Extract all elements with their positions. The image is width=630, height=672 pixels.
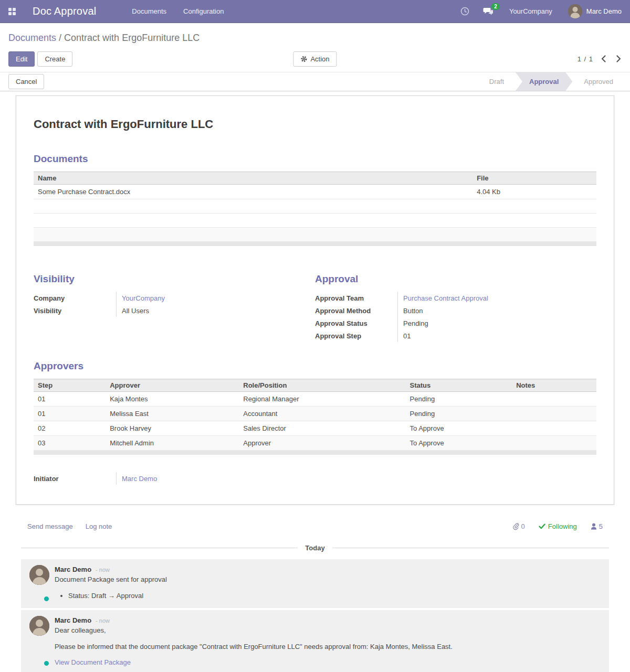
message-author[interactable]: Marc Demo <box>55 566 91 573</box>
approval-step-value: 01 <box>397 329 513 342</box>
date-divider-label: Today <box>298 544 332 552</box>
approval-method-value: Button <box>397 304 513 317</box>
approver-step-cell: 01 <box>34 392 106 407</box>
message-body: Document Package sent for approval <box>55 575 601 584</box>
status-draft[interactable]: Draft <box>478 72 516 91</box>
activities-clock-icon[interactable] <box>456 5 474 18</box>
menu-configuration[interactable]: Configuration <box>177 4 230 18</box>
approver-row[interactable]: 02 Brook Harvey Sales Director To Approv… <box>34 421 596 436</box>
approver-step-cell: 02 <box>34 421 106 436</box>
online-status-dot <box>43 595 50 602</box>
follower-count: 5 <box>599 522 603 530</box>
message-card: Marc Demo - now Document Package sent fo… <box>21 559 609 608</box>
visibility-value: All Users <box>116 304 232 317</box>
initiator-value-link[interactable]: Marc Demo <box>122 475 157 483</box>
breadcrumb: Documents / Contract with ErgoFurniture … <box>8 33 622 44</box>
send-message-button[interactable]: Send message <box>27 522 73 530</box>
documents-table-footer <box>34 242 596 246</box>
approver-row[interactable]: 03 Mitchell Admin Approver To Approve <box>34 436 596 451</box>
document-file-cell: 4.04 Kb <box>472 185 596 199</box>
document-row[interactable]: Some Purchase Contract.docx 4.04 Kb <box>34 185 596 199</box>
approver-name-cell: Kaja Montes <box>106 392 239 407</box>
user-name: Marc Demo <box>586 7 622 15</box>
approval-group: Approval Approval Team Purchase Contract… <box>315 273 596 342</box>
message-status-change: Status: Draft → Approval <box>68 592 601 600</box>
approval-section-heading: Approval <box>315 273 596 285</box>
approver-role-cell: Accountant <box>239 407 405 421</box>
documents-section-heading: Documents <box>34 153 596 165</box>
cancel-button[interactable]: Cancel <box>8 74 44 89</box>
approver-notes-cell <box>512 436 596 451</box>
form-statusbar: Cancel Draft Approval Approved <box>0 72 630 91</box>
empty-row <box>34 199 596 214</box>
online-status-dot <box>43 660 50 667</box>
record-title: Contract with ErgoFurniture LLC <box>34 118 596 131</box>
approver-status-cell: To Approve <box>406 421 512 436</box>
message-avatar[interactable] <box>29 565 49 602</box>
message-greeting: Dear colleagues, <box>55 626 601 635</box>
status-approved[interactable]: Approved <box>572 72 625 91</box>
approvers-table-footer <box>34 451 596 455</box>
approver-row[interactable]: 01 Kaja Montes Regional Manager Pending <box>34 392 596 407</box>
approver-role-cell: Sales Director <box>239 421 405 436</box>
approver-notes-cell <box>512 392 596 407</box>
message-time: - now <box>96 567 110 573</box>
following-button[interactable]: Following <box>539 522 577 530</box>
approvers-col-role[interactable]: Role/Position <box>239 379 405 392</box>
company-switcher[interactable]: YourCompany <box>503 7 559 15</box>
approver-status-cell: Pending <box>406 392 512 407</box>
empty-row <box>34 228 596 242</box>
approvers-col-approver[interactable]: Approver <box>106 379 239 392</box>
pager-previous-icon[interactable] <box>601 55 606 63</box>
paperclip-icon <box>512 522 519 530</box>
approvers-col-status[interactable]: Status <box>406 379 512 392</box>
documents-col-file[interactable]: File <box>472 172 596 185</box>
documents-col-name[interactable]: Name <box>34 172 472 185</box>
approval-step-label: Approval Step <box>315 329 397 342</box>
create-button[interactable]: Create <box>37 51 72 67</box>
empty-row <box>34 214 596 228</box>
log-note-button[interactable]: Log note <box>86 522 112 530</box>
approvers-col-step[interactable]: Step <box>34 379 106 392</box>
approver-name-cell: Brook Harvey <box>106 421 239 436</box>
status-approval[interactable]: Approval <box>516 72 572 91</box>
approver-name-cell: Mitchell Admin <box>106 436 239 451</box>
user-menu[interactable]: Marc Demo <box>564 4 622 18</box>
user-avatar <box>568 4 582 18</box>
pager-next-icon[interactable] <box>616 55 622 63</box>
check-icon <box>539 524 545 529</box>
approver-notes-cell <box>512 407 596 421</box>
action-label: Action <box>310 55 329 63</box>
approval-team-label: Approval Team <box>315 292 397 304</box>
breadcrumb-current: Contract with ErgoFurniture LLC <box>64 33 200 43</box>
message-body: Please be informed that the document pac… <box>55 642 601 652</box>
approver-row[interactable]: 01 Melissa East Accountant Pending <box>34 407 596 421</box>
approval-status-label: Approval Status <box>315 317 397 329</box>
apps-grid-icon[interactable] <box>8 8 16 15</box>
message-avatar[interactable] <box>29 616 49 666</box>
approval-team-value-link[interactable]: Purchase Contract Approval <box>403 294 488 302</box>
approver-notes-cell <box>512 421 596 436</box>
view-document-package-link[interactable]: View Document Package <box>55 658 601 666</box>
approvers-col-notes[interactable]: Notes <box>512 379 596 392</box>
message-count-badge: 2 <box>491 3 500 10</box>
company-value-link[interactable]: YourCompany <box>122 294 165 302</box>
approver-status-cell: To Approve <box>406 436 512 451</box>
gear-icon <box>300 56 307 62</box>
action-button[interactable]: Action <box>293 51 337 67</box>
attachments-button[interactable]: 0 <box>512 522 525 530</box>
approver-role-cell: Regional Manager <box>239 392 405 407</box>
edit-button[interactable]: Edit <box>8 51 35 67</box>
message-time: - now <box>96 617 110 624</box>
control-panel: Documents / Contract with ErgoFurniture … <box>0 23 630 72</box>
company-label: Company <box>34 292 116 304</box>
breadcrumb-documents[interactable]: Documents <box>8 33 56 43</box>
message-author[interactable]: Marc Demo <box>55 616 91 624</box>
followers-button[interactable]: 5 <box>591 522 603 530</box>
app-title: Doc Approval <box>33 5 96 17</box>
person-icon <box>591 523 597 530</box>
menu-documents[interactable]: Documents <box>125 4 173 18</box>
message-card: Marc Demo - now Dear colleagues, Please … <box>21 610 609 672</box>
messages-chat-icon[interactable]: 2 <box>479 5 498 18</box>
initiator-label: Initiator <box>34 472 116 485</box>
